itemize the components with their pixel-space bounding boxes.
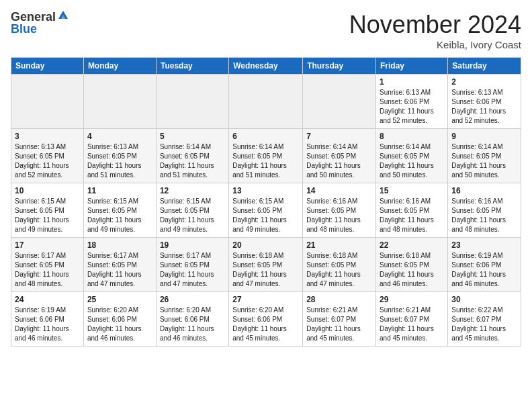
table-row: 11Sunrise: 6:15 AM Sunset: 6:05 PM Dayli… [83,183,156,238]
logo-blue: Blue [11,23,69,35]
title-block: November 2024 Keibla, Ivory Coast [349,11,521,50]
day-number: 20 [232,240,299,250]
location: Keibla, Ivory Coast [349,39,521,50]
table-row: 16Sunrise: 6:16 AM Sunset: 6:05 PM Dayli… [448,183,521,238]
day-info: Sunrise: 6:15 AM Sunset: 6:05 PM Dayligh… [160,197,225,234]
table-row: 24Sunrise: 6:19 AM Sunset: 6:06 PM Dayli… [11,292,84,347]
calendar-week-row: 24Sunrise: 6:19 AM Sunset: 6:06 PM Dayli… [11,292,521,347]
day-info: Sunrise: 6:13 AM Sunset: 6:06 PM Dayligh… [451,88,517,126]
logo-text: General Blue [11,11,69,35]
day-number: 15 [380,186,444,195]
day-info: Sunrise: 6:17 AM Sunset: 6:05 PM Dayligh… [160,251,225,289]
day-number: 18 [87,240,152,250]
calendar-week-row: 1Sunrise: 6:13 AM Sunset: 6:06 PM Daylig… [11,75,521,129]
day-info: Sunrise: 6:17 AM Sunset: 6:05 PM Dayligh… [87,251,152,289]
day-number: 14 [306,186,372,195]
day-info: Sunrise: 6:17 AM Sunset: 6:05 PM Dayligh… [15,251,80,289]
col-friday: Friday [376,58,448,75]
day-number: 19 [160,240,225,250]
table-row: 20Sunrise: 6:18 AM Sunset: 6:05 PM Dayli… [229,238,303,292]
day-number: 5 [160,132,225,141]
table-row: 25Sunrise: 6:20 AM Sunset: 6:06 PM Dayli… [83,292,156,347]
table-row: 28Sunrise: 6:21 AM Sunset: 6:07 PM Dayli… [303,292,376,347]
day-number: 8 [380,132,444,141]
table-row: 1Sunrise: 6:13 AM Sunset: 6:06 PM Daylig… [376,75,448,129]
table-row: 6Sunrise: 6:14 AM Sunset: 6:05 PM Daylig… [229,129,303,183]
day-number: 16 [451,186,517,195]
table-row: 7Sunrise: 6:14 AM Sunset: 6:05 PM Daylig… [303,129,376,183]
day-info: Sunrise: 6:18 AM Sunset: 6:05 PM Dayligh… [232,251,299,289]
table-row: 29Sunrise: 6:21 AM Sunset: 6:07 PM Dayli… [376,292,448,347]
col-saturday: Saturday [448,58,521,75]
day-info: Sunrise: 6:13 AM Sunset: 6:05 PM Dayligh… [87,142,152,180]
logo-icon [57,9,69,21]
table-row: 9Sunrise: 6:14 AM Sunset: 6:05 PM Daylig… [448,129,521,183]
table-row: 18Sunrise: 6:17 AM Sunset: 6:05 PM Dayli… [83,238,156,292]
day-info: Sunrise: 6:21 AM Sunset: 6:07 PM Dayligh… [306,306,372,343]
day-number: 6 [232,132,299,141]
header: General Blue November 2024 Keibla, Ivory… [11,11,521,50]
day-info: Sunrise: 6:16 AM Sunset: 6:05 PM Dayligh… [451,197,517,234]
day-number: 17 [15,240,80,250]
day-number: 29 [380,295,444,304]
calendar-week-row: 17Sunrise: 6:17 AM Sunset: 6:05 PM Dayli… [11,238,521,292]
col-tuesday: Tuesday [156,58,228,75]
day-number: 7 [306,132,372,141]
day-info: Sunrise: 6:21 AM Sunset: 6:07 PM Dayligh… [380,306,444,343]
day-number: 25 [87,295,152,304]
table-row: 21Sunrise: 6:18 AM Sunset: 6:05 PM Dayli… [303,238,376,292]
calendar: Sunday Monday Tuesday Wednesday Thursday… [11,57,521,347]
day-number: 30 [451,295,517,304]
day-number: 2 [451,77,517,87]
day-info: Sunrise: 6:19 AM Sunset: 6:06 PM Dayligh… [451,251,517,289]
day-number: 3 [15,132,80,141]
day-info: Sunrise: 6:16 AM Sunset: 6:05 PM Dayligh… [306,197,372,234]
day-number: 21 [306,240,372,250]
day-info: Sunrise: 6:13 AM Sunset: 6:06 PM Dayligh… [380,88,444,126]
day-number: 13 [232,186,299,195]
day-info: Sunrise: 6:14 AM Sunset: 6:05 PM Dayligh… [306,142,372,180]
month-title: November 2024 [349,11,521,39]
table-row: 17Sunrise: 6:17 AM Sunset: 6:05 PM Dayli… [11,238,84,292]
table-row [83,75,156,129]
col-thursday: Thursday [303,58,376,75]
day-info: Sunrise: 6:16 AM Sunset: 6:05 PM Dayligh… [380,197,444,234]
day-info: Sunrise: 6:19 AM Sunset: 6:06 PM Dayligh… [15,306,80,343]
day-info: Sunrise: 6:15 AM Sunset: 6:05 PM Dayligh… [87,197,152,234]
day-number: 26 [160,295,225,304]
table-row: 19Sunrise: 6:17 AM Sunset: 6:05 PM Dayli… [156,238,228,292]
table-row: 13Sunrise: 6:15 AM Sunset: 6:05 PM Dayli… [229,183,303,238]
day-number: 1 [380,77,444,87]
table-row: 4Sunrise: 6:13 AM Sunset: 6:05 PM Daylig… [83,129,156,183]
table-row: 2Sunrise: 6:13 AM Sunset: 6:06 PM Daylig… [448,75,521,129]
day-info: Sunrise: 6:18 AM Sunset: 6:05 PM Dayligh… [306,251,372,289]
calendar-week-row: 3Sunrise: 6:13 AM Sunset: 6:05 PM Daylig… [11,129,521,183]
day-number: 22 [380,240,444,250]
table-row: 15Sunrise: 6:16 AM Sunset: 6:05 PM Dayli… [376,183,448,238]
day-info: Sunrise: 6:15 AM Sunset: 6:05 PM Dayligh… [15,197,80,234]
calendar-week-row: 10Sunrise: 6:15 AM Sunset: 6:05 PM Dayli… [11,183,521,238]
day-info: Sunrise: 6:15 AM Sunset: 6:05 PM Dayligh… [232,197,299,234]
day-number: 10 [15,186,80,195]
table-row: 3Sunrise: 6:13 AM Sunset: 6:05 PM Daylig… [11,129,84,183]
logo-general: General [11,11,56,23]
col-sunday: Sunday [11,58,84,75]
day-number: 12 [160,186,225,195]
table-row: 22Sunrise: 6:18 AM Sunset: 6:05 PM Dayli… [376,238,448,292]
table-row: 5Sunrise: 6:14 AM Sunset: 6:05 PM Daylig… [156,129,228,183]
day-info: Sunrise: 6:14 AM Sunset: 6:05 PM Dayligh… [451,142,517,180]
col-monday: Monday [83,58,156,75]
day-number: 24 [15,295,80,304]
day-number: 9 [451,132,517,141]
day-info: Sunrise: 6:22 AM Sunset: 6:07 PM Dayligh… [451,306,517,343]
table-row [11,75,84,129]
day-info: Sunrise: 6:20 AM Sunset: 6:06 PM Dayligh… [87,306,152,343]
day-number: 27 [232,295,299,304]
page: General Blue November 2024 Keibla, Ivory… [0,0,532,355]
table-row [229,75,303,129]
table-row [156,75,228,129]
table-row: 30Sunrise: 6:22 AM Sunset: 6:07 PM Dayli… [448,292,521,347]
table-row: 27Sunrise: 6:20 AM Sunset: 6:06 PM Dayli… [229,292,303,347]
table-row: 26Sunrise: 6:20 AM Sunset: 6:06 PM Dayli… [156,292,228,347]
table-row: 8Sunrise: 6:14 AM Sunset: 6:05 PM Daylig… [376,129,448,183]
